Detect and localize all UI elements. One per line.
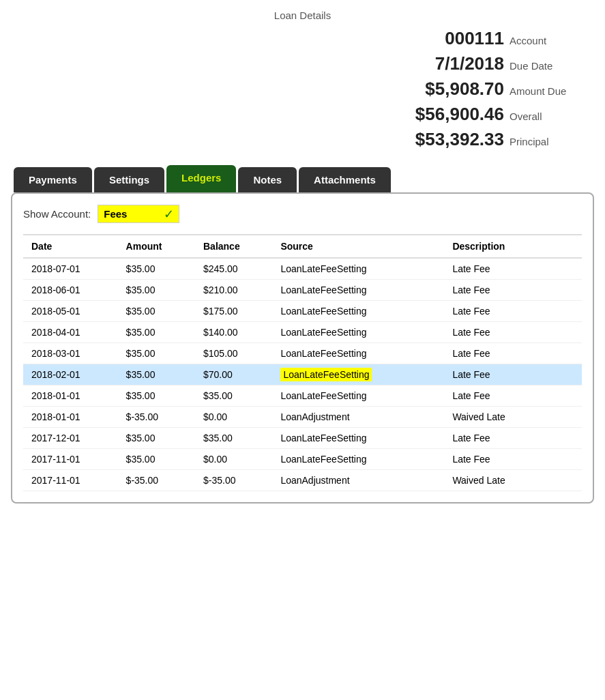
cell-balance: $0.00	[195, 449, 272, 470]
cell-description: Late Fee	[444, 364, 582, 385]
cell-description: Late Fee	[444, 385, 582, 407]
table-row[interactable]: 2018-01-01$35.00$35.00LoanLateFeeSetting…	[23, 385, 582, 407]
cell-description: Late Fee	[444, 449, 582, 470]
table-row[interactable]: 2018-04-01$35.00$140.00LoanLateFeeSettin…	[23, 322, 582, 343]
table-row[interactable]: 2018-02-01$35.00$70.00LoanLateFeeSetting…	[23, 364, 582, 385]
table-row[interactable]: 2017-12-01$35.00$35.00LoanLateFeeSetting…	[23, 428, 582, 449]
cell-source: LoanLateFeeSetting	[272, 364, 444, 385]
amount-due-label: Amount Due	[510, 85, 578, 97]
overall-value: $56,900.46	[415, 104, 504, 125]
overall-label: Overall	[510, 111, 578, 122]
cell-description: Late Fee	[444, 428, 582, 449]
show-account-row: Show Account: Fees Principal Interest Al…	[23, 205, 582, 223]
page-title: Loan Details	[0, 0, 605, 28]
overall-row: $56,900.46 Overall	[415, 104, 578, 125]
cell-date: 2018-01-01	[23, 385, 118, 407]
cell-date: 2018-07-01	[23, 258, 118, 280]
table-row[interactable]: 2018-03-01$35.00$105.00LoanLateFeeSettin…	[23, 343, 582, 364]
cell-source: LoanLateFeeSetting	[272, 449, 444, 470]
cell-balance: $-35.00	[195, 470, 272, 491]
cell-date: 2018-05-01	[23, 301, 118, 322]
cell-date: 2018-03-01	[23, 343, 118, 364]
cell-amount: $35.00	[118, 301, 195, 322]
due-date-row: 7/1/2018 Due Date	[435, 53, 578, 74]
cell-description: Late Fee	[444, 322, 582, 343]
show-account-label: Show Account:	[23, 208, 91, 220]
col-header-source: Source	[272, 235, 444, 258]
due-date-value: 7/1/2018	[435, 53, 504, 74]
cell-amount: $35.00	[118, 449, 195, 470]
cell-source: LoanLateFeeSetting	[272, 301, 444, 322]
cell-amount: $-35.00	[118, 407, 195, 428]
loan-info: 000111 Account 7/1/2018 Due Date $5,908.…	[0, 28, 605, 165]
cell-description: Late Fee	[444, 258, 582, 280]
table-row[interactable]: 2017-11-01$35.00$0.00LoanLateFeeSettingL…	[23, 449, 582, 470]
principal-label: Principal	[510, 136, 578, 147]
cell-source: LoanLateFeeSetting	[272, 385, 444, 407]
cell-description: Waived Late	[444, 470, 582, 491]
account-label: Account	[510, 35, 578, 46]
ledger-table: Date Amount Balance Source Description 2…	[23, 234, 582, 491]
table-row[interactable]: 2018-05-01$35.00$175.00LoanLateFeeSettin…	[23, 301, 582, 322]
cell-source: LoanLateFeeSetting	[272, 280, 444, 301]
principal-row: $53,392.33 Principal	[415, 129, 578, 150]
tab-settings[interactable]: Settings	[94, 167, 164, 192]
cell-balance: $140.00	[195, 322, 272, 343]
cell-source: LoanLateFeeSetting	[272, 322, 444, 343]
cell-balance: $70.00	[195, 364, 272, 385]
cell-amount: $-35.00	[118, 470, 195, 491]
cell-source: LoanLateFeeSetting	[272, 343, 444, 364]
col-header-balance: Balance	[195, 235, 272, 258]
table-row[interactable]: 2017-11-01$-35.00$-35.00LoanAdjustmentWa…	[23, 470, 582, 491]
cell-balance: $0.00	[195, 407, 272, 428]
cell-amount: $35.00	[118, 364, 195, 385]
table-row[interactable]: 2018-06-01$35.00$210.00LoanLateFeeSettin…	[23, 280, 582, 301]
account-row: 000111 Account	[445, 28, 578, 49]
cell-date: 2017-11-01	[23, 470, 118, 491]
cell-description: Waived Late	[444, 407, 582, 428]
tab-bar: Payments Settings Ledgers Notes Attachme…	[0, 165, 605, 192]
table-row[interactable]: 2018-07-01$35.00$245.00LoanLateFeeSettin…	[23, 258, 582, 280]
principal-value: $53,392.33	[415, 129, 504, 150]
cell-date: 2018-04-01	[23, 322, 118, 343]
cell-amount: $35.00	[118, 428, 195, 449]
cell-amount: $35.00	[118, 280, 195, 301]
table-row[interactable]: 2018-01-01$-35.00$0.00LoanAdjustmentWaiv…	[23, 407, 582, 428]
cell-amount: $35.00	[118, 385, 195, 407]
cell-balance: $245.00	[195, 258, 272, 280]
cell-date: 2018-02-01	[23, 364, 118, 385]
tab-payments[interactable]: Payments	[14, 167, 92, 192]
amount-due-value: $5,908.70	[425, 78, 504, 100]
cell-source: LoanLateFeeSetting	[272, 258, 444, 280]
cell-source: LoanLateFeeSetting	[272, 428, 444, 449]
cell-date: 2017-11-01	[23, 449, 118, 470]
account-value: 000111	[445, 28, 504, 49]
cell-date: 2018-01-01	[23, 407, 118, 428]
cell-balance: $35.00	[195, 428, 272, 449]
cell-amount: $35.00	[118, 322, 195, 343]
cell-description: Late Fee	[444, 280, 582, 301]
cell-source: LoanAdjustment	[272, 407, 444, 428]
cell-balance: $210.00	[195, 280, 272, 301]
due-date-label: Due Date	[510, 60, 578, 72]
amount-due-row: $5,908.70 Amount Due	[425, 78, 578, 100]
cell-balance: $35.00	[195, 385, 272, 407]
cell-balance: $175.00	[195, 301, 272, 322]
cell-description: Late Fee	[444, 343, 582, 364]
show-account-select-wrapper[interactable]: Fees Principal Interest All ✓	[98, 205, 179, 223]
col-header-description: Description	[444, 235, 582, 258]
cell-source: LoanAdjustment	[272, 470, 444, 491]
tab-notes[interactable]: Notes	[238, 167, 297, 192]
cell-balance: $105.00	[195, 343, 272, 364]
show-account-select[interactable]: Fees Principal Interest All	[98, 205, 179, 223]
cell-amount: $35.00	[118, 258, 195, 280]
main-content: Show Account: Fees Principal Interest Al…	[11, 192, 594, 504]
tab-ledgers[interactable]: Ledgers	[166, 165, 236, 192]
cell-amount: $35.00	[118, 343, 195, 364]
cell-date: 2018-06-01	[23, 280, 118, 301]
col-header-amount: Amount	[118, 235, 195, 258]
tab-attachments[interactable]: Attachments	[299, 167, 391, 192]
cell-description: Late Fee	[444, 301, 582, 322]
col-header-date: Date	[23, 235, 118, 258]
cell-date: 2017-12-01	[23, 428, 118, 449]
